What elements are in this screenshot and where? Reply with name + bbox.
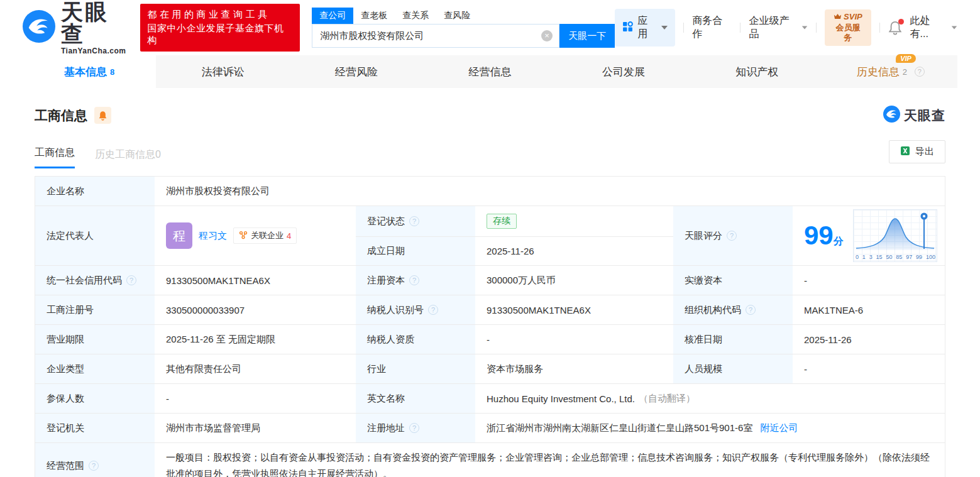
table-row: 参保人数 - 英文名称 Huzhou Equity Investment Co.… (35, 384, 945, 414)
field-value-approval-date: 2025-11-26 (793, 325, 945, 354)
field-value-reg-number: 330500000033907 (155, 295, 356, 324)
promo-banner: 都在用的商业查询工具 国家中小企业发展子基金旗下机构 (140, 4, 300, 52)
tab-basic-info-label: 基本信息 (64, 65, 107, 79)
legal-rep-avatar[interactable]: 程 (166, 222, 192, 249)
tianyancha-logo[interactable]: 天眼查 TianYanCha.com (23, 1, 132, 55)
subtab-business-registration[interactable]: 工商信息 (35, 146, 75, 168)
field-value-english-name: Huzhou Equity Investment Co., Ltd. （自动翻译… (475, 384, 945, 413)
help-icon[interactable]: ? (89, 461, 99, 471)
apps-menu[interactable]: 应用 (615, 9, 675, 47)
help-icon[interactable]: ? (746, 305, 756, 315)
search-tab-company[interactable]: 查公司 (312, 8, 353, 24)
tab-operational-risk[interactable]: 经营风险 (290, 55, 423, 88)
tab-intellectual-property[interactable]: 知识产权 (690, 55, 823, 88)
field-label-industry: 行业 (356, 354, 475, 383)
field-value-business-scope: 一般项目：股权投资；以自有资金从事投资活动；自有资金投资的资产管理服务；企业管理… (155, 443, 945, 477)
table-row: 营业期限 2025-11-26 至 无固定期限 纳税人资质 - 核准日期 202… (35, 325, 945, 354)
export-button[interactable]: 导出 (889, 140, 945, 163)
tab-company-development[interactable]: 公司发展 (557, 55, 690, 88)
svip-member-button[interactable]: SVIP 会员服务 (825, 9, 871, 47)
field-label-paid-capital: 实缴资本 (673, 266, 793, 295)
table-row: 企业类型 其他有限责任公司 行业 资本市场服务 人员规模 - (35, 354, 945, 384)
watermark-logo-icon (883, 106, 900, 125)
tab-legal-litigation[interactable]: 法律诉讼 (156, 55, 289, 88)
watermark-logo: 天眼查 (883, 106, 945, 125)
field-label-reg-address: 注册地址 ? (356, 414, 475, 442)
org-code-label-text: 组织机构代码 (685, 304, 741, 316)
export-label: 导出 (915, 146, 934, 158)
field-label-business-term: 营业期限 (35, 325, 155, 354)
promo-line2: 国家中小企业发展子基金旗下机构 (148, 23, 293, 47)
field-label-org-code: 组织机构代码 ? (673, 295, 793, 324)
field-label-business-scope: 经营范围 ? (35, 443, 155, 477)
field-label-staff-size: 人员规模 (673, 354, 793, 383)
table-row: 统一社会信用代码 ? 91330500MAK1TNEA6X 注册资本 ? 300… (35, 266, 945, 295)
related-companies-badge[interactable]: 关联企业 4 (233, 228, 297, 244)
score-label-text: 天眼评分 (685, 230, 722, 242)
search-tab-relation[interactable]: 查关系 (395, 8, 436, 24)
help-icon[interactable]: ? (126, 275, 136, 285)
tick: 0 (856, 254, 859, 260)
credit-code-label-text: 统一社会信用代码 (47, 275, 122, 287)
tab-business-info[interactable]: 经营信息 (423, 55, 556, 88)
field-value-industry: 资本市场服务 (475, 354, 673, 383)
related-companies-count: 4 (287, 231, 291, 241)
subtab-history-registration[interactable]: 历史工商信息0 (95, 148, 161, 168)
promo-line1: 都在用的商业查询工具 (148, 9, 293, 21)
section-title: 工商信息 (35, 107, 87, 124)
help-icon[interactable]: ? (915, 67, 925, 77)
field-label-english-name: 英文名称 (356, 384, 475, 413)
monitor-bell-icon[interactable] (94, 107, 111, 124)
tick: 85 (896, 254, 902, 260)
brand-name: 天眼查 (61, 1, 132, 45)
field-value-company-type: 其他有限责任公司 (155, 354, 356, 383)
field-value-reg-status: 存续 (475, 206, 673, 236)
help-icon[interactable]: ? (409, 423, 419, 433)
nav-enterprise-products[interactable]: 企业级产品 (749, 14, 808, 41)
tick: 1 (862, 254, 866, 260)
org-network-icon (239, 231, 248, 241)
search-tab-boss[interactable]: 查老板 (353, 8, 395, 24)
tab-history-info[interactable]: VIP 历史信息 2 ? (824, 55, 957, 88)
field-label-company-name: 企业名称 (35, 177, 155, 206)
field-label-score: 天眼评分 ? (673, 206, 793, 265)
business-info-table: 企业名称 湖州市股权投资有限公司 法定代表人 程 程习文 关联企业 4 (35, 176, 945, 477)
tab-basic-info[interactable]: 基本信息 8 (23, 55, 156, 88)
nav-cooperation[interactable]: 商务合作 (692, 14, 732, 41)
brand-domain: TianYanCha.com (61, 47, 132, 55)
notification-bell-icon[interactable] (888, 20, 902, 35)
divider (740, 23, 741, 33)
nested-cells: 登记状态 ? 存续 成立日期 2025-11-26 (356, 206, 673, 265)
auto-translate-note: （自动翻译） (639, 393, 695, 405)
reg-address-label-text: 注册地址 (367, 422, 405, 434)
user-account-menu[interactable]: 此处有... (910, 14, 957, 41)
help-icon[interactable]: ? (428, 305, 438, 315)
field-label-company-type: 企业类型 (35, 354, 155, 383)
chevron-down-icon (661, 26, 668, 30)
help-icon[interactable]: ? (409, 216, 419, 226)
table-row: 登记机关 湖州市市场监督管理局 注册地址 ? 浙江省湖州市湖州南太湖新区仁皇山街… (35, 414, 945, 443)
divider (879, 23, 880, 33)
field-label-reg-capital: 注册资本 ? (356, 266, 475, 295)
field-value-staff-size: - (793, 354, 945, 383)
svip-label-bottom: 会员服务 (832, 23, 864, 44)
search-button[interactable]: 天眼一下 (559, 24, 615, 48)
nearby-companies-link[interactable]: 附近公司 (760, 422, 798, 434)
company-page-tabs: 基本信息 8 法律诉讼 经营风险 经营信息 公司发展 知识产权 VIP 历史信息… (23, 55, 957, 88)
watermark-text: 天眼查 (904, 107, 945, 124)
status-badge: 存续 (487, 214, 517, 229)
tick: 99 (916, 254, 922, 260)
field-value-est-date: 2025-11-26 (475, 237, 673, 265)
notification-badge (898, 19, 904, 25)
table-row: 登记状态 ? 存续 (356, 206, 673, 237)
search-tab-risk[interactable]: 查风险 (436, 8, 478, 24)
help-icon[interactable]: ? (727, 231, 737, 241)
tab-history-info-label: 历史信息 (857, 65, 900, 79)
search-input[interactable] (312, 24, 559, 48)
business-scope-label-text: 经营范围 (47, 460, 84, 472)
chevron-down-icon (952, 26, 957, 29)
help-icon[interactable]: ? (409, 275, 419, 285)
legal-rep-name-link[interactable]: 程习文 (199, 230, 227, 242)
field-label-legal-rep: 法定代表人 (35, 206, 155, 265)
header-right-nav: 应用 商务合作 企业级产品 SVIP 会员服务 此处有... (615, 9, 957, 47)
